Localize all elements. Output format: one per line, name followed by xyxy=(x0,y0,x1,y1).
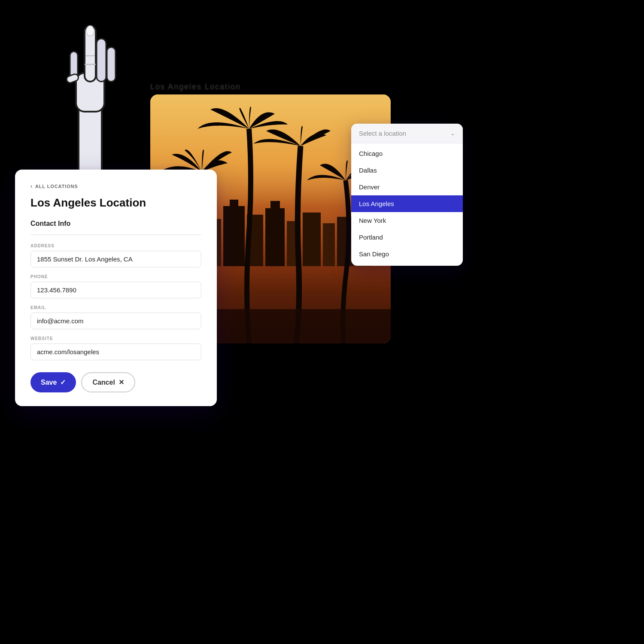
bg-decorative-text: Los Angeles Location xyxy=(150,82,241,91)
address-label: ADDRESS xyxy=(30,243,201,248)
save-button[interactable]: Save ✓ xyxy=(30,372,76,392)
website-input[interactable] xyxy=(30,343,201,360)
back-chevron-icon: ‹ xyxy=(30,183,33,189)
email-field-group: EMAIL xyxy=(30,305,201,329)
svg-rect-20 xyxy=(107,47,115,82)
svg-rect-19 xyxy=(97,39,106,82)
email-label: EMAIL xyxy=(30,305,201,310)
form-actions: Save ✓ Cancel ✕ xyxy=(30,372,201,392)
svg-point-25 xyxy=(86,26,94,36)
dropdown-item-sandiego[interactable]: San Diego xyxy=(351,246,463,262)
cancel-button[interactable]: Cancel ✕ xyxy=(81,372,135,392)
form-card: ‹ ALL LOCATIONS Los Angeles Location Con… xyxy=(15,170,217,406)
save-check-icon: ✓ xyxy=(60,378,66,386)
hand-illustration xyxy=(62,13,118,180)
back-link-label: ALL LOCATIONS xyxy=(35,184,78,189)
dropdown-chevron-icon: ⌄ xyxy=(450,130,455,137)
phone-input[interactable] xyxy=(30,282,201,298)
cancel-x-icon: ✕ xyxy=(118,378,124,386)
save-label: Save xyxy=(41,379,57,386)
dropdown-item-newyork[interactable]: New York xyxy=(351,212,463,229)
dropdown-item-denver[interactable]: Denver xyxy=(351,179,463,195)
website-label: WEBSITE xyxy=(30,336,201,341)
back-link[interactable]: ‹ ALL LOCATIONS xyxy=(30,183,201,189)
dropdown-placeholder: Select a location xyxy=(359,130,406,137)
dropdown-item-portland[interactable]: Portland xyxy=(351,229,463,246)
dropdown-item-chicago[interactable]: Chicago xyxy=(351,145,463,162)
website-field-group: WEBSITE xyxy=(30,336,201,360)
address-field-group: ADDRESS xyxy=(30,243,201,267)
phone-label: PHONE xyxy=(30,274,201,279)
divider xyxy=(30,234,201,235)
phone-field-group: PHONE xyxy=(30,274,201,298)
location-dropdown-card: Select a location ⌄ Chicago Dallas Denve… xyxy=(351,124,463,266)
dropdown-item-losangeles[interactable]: Los Angeles xyxy=(351,195,463,212)
cancel-label: Cancel xyxy=(92,379,115,386)
section-label: Contact Info xyxy=(30,220,201,228)
email-input[interactable] xyxy=(30,313,201,329)
form-title: Los Angeles Location xyxy=(30,196,201,210)
address-input[interactable] xyxy=(30,251,201,267)
dropdown-trigger[interactable]: Select a location ⌄ xyxy=(351,124,463,143)
dropdown-item-dallas[interactable]: Dallas xyxy=(351,162,463,179)
